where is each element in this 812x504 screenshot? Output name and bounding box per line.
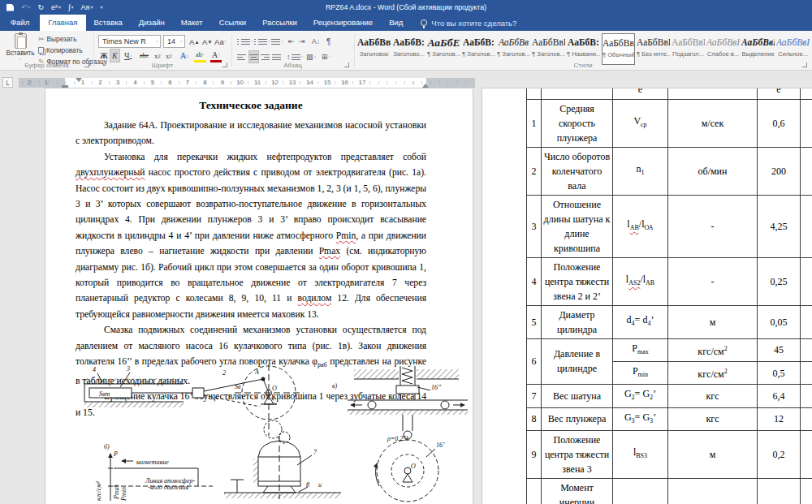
- cell-desc[interactable]: Диаметр цилиндра: [542, 305, 613, 338]
- clipboard-dialog-launcher-icon[interactable]: [84, 62, 89, 67]
- cell-symbol[interactable]: J2S: [613, 479, 668, 504]
- cell-num[interactable]: 10: [527, 479, 542, 504]
- sort-button[interactable]: А↓: [312, 35, 320, 48]
- cell-num[interactable]: 7: [527, 385, 542, 407]
- font-size-select[interactable]: 14▾: [163, 35, 185, 48]
- copy-button[interactable]: Копировать: [38, 46, 83, 54]
- show-marks-button[interactable]: ¶: [326, 35, 330, 48]
- multilevel-list-button[interactable]: ▾: [271, 35, 283, 48]
- cell-symbol[interactable]: Pmax: [613, 338, 668, 361]
- cell-value[interactable]: 12: [758, 407, 801, 430]
- cell-value[interactable]: 0,18: [758, 479, 801, 504]
- style-card[interactable]: АаБбВ:¶ Заголов...: [462, 33, 495, 65]
- italic-button[interactable]: К: [110, 49, 120, 62]
- style-card[interactable]: АаБбВвІЗаголовок: [357, 33, 391, 65]
- cut-button[interactable]: ✂ Вырезать: [38, 35, 76, 43]
- cell-unit[interactable]: м: [668, 431, 758, 479]
- cell-num[interactable]: 5: [527, 305, 542, 338]
- document-title[interactable]: Техническое задание: [76, 99, 426, 112]
- style-card[interactable]: АаБбВвІСильное...: [776, 33, 810, 65]
- cell-desc[interactable]: Вес плунжера: [542, 407, 613, 430]
- style-card[interactable]: АаБбЕ¶ Заголов...: [427, 33, 460, 65]
- cell-unit[interactable]: -: [668, 257, 758, 305]
- cell-num[interactable]: 4: [527, 257, 542, 305]
- tab-Файл[interactable]: Файл: [0, 15, 40, 31]
- tab-selector[interactable]: L: [2, 77, 13, 88]
- cell-unit[interactable]: кгс: [668, 385, 758, 407]
- cell-num[interactable]: 8: [527, 407, 542, 430]
- cell-value[interactable]: 4,25: [758, 195, 801, 257]
- paragraph[interactable]: Задание 64А. Проектирование и исследован…: [76, 118, 426, 149]
- cell-desc[interactable]: Вес шатуна: [542, 385, 613, 407]
- font-dialog-launcher-icon[interactable]: [222, 62, 227, 67]
- styles-dialog-launcher-icon[interactable]: [802, 62, 807, 67]
- tab-Вид[interactable]: Вид: [381, 15, 411, 31]
- figure-drawing[interactable]: 4 3 Sвт 2 Sв А О б) P нагнетание кгс/см²…: [68, 363, 472, 504]
- numbering-button[interactable]: ▾: [254, 35, 270, 48]
- tab-Макет[interactable]: Макет: [173, 15, 211, 31]
- cell-value[interactable]: 0,5: [758, 361, 801, 384]
- cell-symbol[interactable]: Vср: [613, 99, 668, 147]
- cell-value[interactable]: 6,4: [758, 385, 801, 407]
- tab-Ссылки[interactable]: Ссылки: [211, 15, 254, 31]
- cell-value[interactable]: 0,6: [758, 99, 801, 147]
- tab-Рассылки[interactable]: Рассылки: [254, 15, 305, 31]
- decrease-indent-icon[interactable]: ⇤: [288, 35, 295, 48]
- underline-button[interactable]: Ч▾: [123, 49, 134, 62]
- cell-symbol[interactable]: lAS2/lAB: [613, 257, 668, 305]
- cell-num[interactable]: 6: [527, 338, 542, 385]
- cell-unit[interactable]: кгс/см2: [668, 338, 758, 361]
- style-card[interactable]: АаБбВвІ¶ Заголов...: [532, 33, 565, 65]
- paragraph-dialog-launcher-icon[interactable]: [344, 62, 349, 67]
- bold-button[interactable]: Ж: [98, 49, 110, 62]
- left-indent-marker[interactable]: [62, 85, 68, 88]
- cell-value[interactable]: 45: [758, 338, 801, 361]
- cell-value[interactable]: 0,25: [758, 257, 801, 305]
- tab-Дизайн[interactable]: Дизайн: [131, 15, 173, 31]
- cell-num[interactable]: 1: [527, 99, 542, 147]
- text-effects-button[interactable]: А▾: [179, 49, 190, 62]
- highlight-color-button[interactable]: ab▾: [194, 49, 206, 62]
- cell-unit[interactable]: кгс: [668, 407, 758, 430]
- cell-desc[interactable]: Положение центра тяжести звена 2 и 2’: [542, 257, 613, 305]
- font-color-button[interactable]: А▾: [210, 49, 222, 62]
- cell-unit[interactable]: кгс·м·с2: [668, 479, 758, 504]
- right-indent-marker[interactable]: [422, 80, 429, 88]
- cell-num[interactable]: 3: [527, 195, 542, 257]
- cell-unit[interactable]: -: [668, 195, 758, 257]
- cell-symbol[interactable]: lAB/lОА: [613, 195, 668, 257]
- cell-symbol[interactable]: lBS3: [613, 431, 668, 479]
- tab-Рецензирование[interactable]: Рецензирование: [305, 15, 381, 31]
- change-case-button[interactable]: Аа▾: [214, 35, 227, 48]
- cell-symbol[interactable]: Pmin: [613, 361, 668, 384]
- cell-desc[interactable]: Положение центра тяжести звена 3: [542, 431, 613, 479]
- cell-unit[interactable]: м: [668, 305, 758, 338]
- cell-unit[interactable]: кгс/см2: [668, 361, 758, 384]
- style-card[interactable]: АаБбВ:Заголово...: [392, 33, 425, 65]
- cell-desc[interactable]: Средняя скорость плунжера: [542, 99, 613, 147]
- style-card[interactable]: АаБбВв¶ Заголов...: [497, 33, 530, 65]
- tab-Вставка[interactable]: Вставка: [86, 15, 131, 31]
- grow-font-button[interactable]: А▲: [189, 35, 200, 48]
- cell-unit[interactable]: м/сек: [668, 99, 758, 147]
- tell-me-box[interactable]: Что вы хотите сделать?: [421, 15, 516, 31]
- page-1[interactable]: Техническое задание Задание 64А. Проекти…: [45, 88, 473, 504]
- style-card[interactable]: АаБбВвГПодзагол...: [672, 33, 705, 65]
- cell-symbol[interactable]: n1: [613, 147, 668, 195]
- style-card[interactable]: АаБбВвІ¶ Обычный: [602, 33, 635, 65]
- tab-Главная[interactable]: Главная: [40, 15, 85, 31]
- bullets-button[interactable]: ▾: [237, 35, 253, 48]
- cell-symbol[interactable]: G2= G2’: [613, 385, 668, 407]
- cell-desc[interactable]: Давление в цилиндре: [542, 338, 613, 385]
- cell-num[interactable]: 9: [527, 431, 542, 479]
- cell-symbol[interactable]: G3= G3’: [613, 407, 668, 430]
- cell-desc[interactable]: Момент инерции шатуна относительно оси, …: [542, 479, 613, 504]
- style-card[interactable]: АаБбВвІСлабое в...: [706, 33, 740, 65]
- cell-num[interactable]: 2: [527, 147, 542, 195]
- cell-desc[interactable]: Отношение длины шатуна к длине кривошипа: [542, 195, 613, 257]
- subscript-button[interactable]: x2: [153, 49, 162, 62]
- cell-desc[interactable]: Число оборотов коленчатого вала: [542, 147, 613, 195]
- cell-value[interactable]: 200: [758, 147, 801, 195]
- increase-indent-icon[interactable]: ⇥: [299, 35, 305, 48]
- cell-symbol[interactable]: d4= d4’: [613, 305, 668, 338]
